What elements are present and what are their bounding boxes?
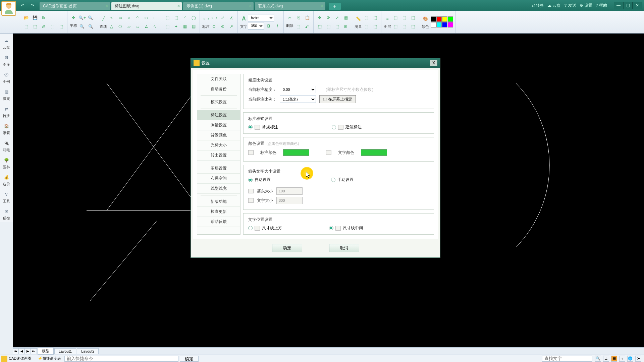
rect-icon[interactable]: ▭ — [116, 14, 124, 22]
dist-icon[interactable]: ⬚ — [362, 14, 370, 22]
radio-above-line[interactable]: 尺寸线上方 — [248, 225, 282, 231]
export-icon[interactable]: ⬚ — [48, 22, 56, 31]
angle-icon[interactable]: ⬚ — [362, 22, 370, 31]
dimradius-icon[interactable]: ⊙ — [210, 22, 218, 31]
dimaligned-icon[interactable]: ⤢ — [219, 14, 227, 22]
tab-first[interactable]: ⏮ — [13, 348, 19, 354]
radio-auto-size[interactable]: 自动设置 — [248, 177, 271, 183]
chamfer-icon[interactable]: ◯ — [190, 14, 198, 22]
colorwheel-icon[interactable]: 🎨 — [421, 15, 429, 23]
fontsize-select[interactable]: 350 — [248, 22, 264, 29]
dimdiameter-icon[interactable]: ⊘ — [219, 22, 227, 31]
tab-last[interactable]: ⏭ — [31, 348, 37, 354]
trapezoid-icon[interactable]: ⏢ — [133, 22, 142, 31]
tab-home[interactable]: CAD迷你画图-首页× — [40, 2, 110, 10]
cancel-button[interactable]: 取消 — [329, 244, 359, 252]
ellipse-icon[interactable]: ⬭ — [142, 14, 150, 22]
italic-button[interactable]: I — [273, 22, 281, 30]
array-icon[interactable]: ▤ — [190, 22, 198, 31]
user-avatar[interactable] — [1, 1, 16, 16]
color-red[interactable] — [436, 16, 442, 22]
rotate-icon[interactable]: ⟳ — [324, 14, 332, 22]
undo-icon[interactable]: ⬚ — [22, 22, 30, 31]
arc-icon[interactable]: ◠ — [133, 14, 142, 22]
nav-layer-settings[interactable]: 图层设置 — [197, 164, 240, 174]
nav-linetype[interactable]: 线型线宽 — [197, 184, 240, 194]
nav-mode-settings[interactable]: 模式设置 — [197, 97, 240, 107]
precision-select[interactable]: 0.00 — [280, 86, 316, 93]
trim-icon[interactable]: ✦ — [172, 22, 180, 31]
tab-contact-dwg[interactable]: 联系方式.dwg× — [255, 2, 325, 10]
layeroff-icon[interactable]: ⬚ — [400, 14, 408, 22]
search-icon[interactable]: 🔍 — [595, 356, 601, 362]
sidebar-gallery[interactable]: 🖼图库 — [1, 53, 12, 68]
tab-layout1[interactable]: Layout1 — [54, 348, 76, 354]
nav-export-settings[interactable]: 转出设置 — [197, 150, 240, 161]
specify-on-screen-button[interactable]: ⬚在屏幕上指定 — [319, 95, 356, 103]
scale-icon[interactable]: ⤢ — [333, 14, 341, 22]
layeron-icon[interactable]: ⬚ — [391, 14, 399, 22]
saveas-icon[interactable]: 🗎 — [40, 14, 48, 22]
extend-icon[interactable]: ▦ — [181, 22, 189, 31]
sidebar-feedback[interactable]: ✉反馈 — [1, 206, 12, 222]
dim-color-swatch[interactable] — [283, 149, 309, 156]
cloud-button[interactable]: ☁云盘 — [547, 3, 560, 8]
line-icon[interactable]: ╱ — [99, 15, 107, 23]
add-tab-button[interactable]: + — [329, 3, 341, 10]
move-icon[interactable]: ✥ — [316, 14, 324, 22]
settings-button[interactable]: ⚙设置 — [580, 3, 592, 8]
dimlinear-icon[interactable]: ⟷ — [210, 14, 218, 22]
arrow-size-input[interactable] — [276, 187, 303, 195]
square-icon[interactable]: □ — [151, 14, 159, 22]
dialog-titlebar[interactable]: 设置 X — [191, 58, 440, 68]
tab-model[interactable]: 模型 — [38, 348, 54, 355]
color-cyan[interactable] — [436, 22, 442, 27]
block-icon[interactable]: ▦ — [342, 14, 350, 22]
ortho-icon[interactable]: ⊥ — [603, 356, 609, 362]
leader-icon[interactable]: ↗ — [227, 22, 235, 31]
ok-button[interactable]: 确定 — [272, 244, 302, 252]
nav-measure-settings[interactable]: 测量设置 — [197, 120, 240, 130]
minimize-button[interactable]: — — [614, 2, 623, 9]
circle-icon[interactable]: ○ — [125, 14, 133, 22]
close-button[interactable]: ✕ — [633, 2, 642, 9]
nav-new-features[interactable]: 新版功能 — [197, 197, 240, 207]
sidebar-home[interactable]: 🏠家装 — [1, 121, 12, 137]
color-green[interactable] — [448, 16, 453, 22]
break-icon[interactable]: ⬚ — [163, 22, 171, 31]
pentagon-icon[interactable]: ⬠ — [116, 22, 124, 31]
back-button[interactable]: ↶ — [19, 2, 26, 9]
dimangular-icon[interactable]: ∡ — [227, 14, 235, 22]
send-button[interactable]: ⇧发送 — [564, 3, 576, 8]
close-icon[interactable]: × — [177, 4, 180, 8]
sidebar-cost[interactable]: 💰造价 — [1, 172, 12, 188]
erase-icon[interactable]: ✂ — [286, 14, 294, 22]
color-yellow[interactable] — [442, 16, 447, 22]
nav-bg-color[interactable]: 背景颜色 — [197, 130, 240, 140]
forward-button[interactable]: ↷ — [29, 2, 36, 9]
tab-next[interactable]: ▶ — [25, 348, 31, 354]
add-icon[interactable]: + — [619, 356, 625, 362]
mirror-icon[interactable]: ⬚ — [172, 14, 180, 22]
sidebar-legend[interactable]: Ⓐ图例 — [1, 70, 12, 85]
text-color-swatch[interactable] — [361, 149, 387, 156]
sketch-icon[interactable]: ∠ — [142, 22, 150, 31]
spline-icon[interactable]: ∿ — [151, 22, 159, 31]
layerlock-icon[interactable]: ⬚ — [391, 22, 399, 31]
parallelogram-icon[interactable]: ▱ — [125, 22, 133, 31]
group-icon[interactable]: ⊞ — [342, 22, 350, 31]
close-icon[interactable]: × — [106, 4, 108, 8]
nav-annotation-settings[interactable]: 标注设置 — [197, 110, 240, 120]
command-input[interactable] — [64, 356, 178, 362]
layerfreeze-icon[interactable]: ⬚ — [409, 14, 417, 22]
sidebar-garden[interactable]: 🌳园林 — [1, 155, 12, 171]
tab-layout2[interactable]: Layout2 — [77, 348, 99, 354]
tab-annotation-dwg[interactable]: 标注图纸.dwg× — [111, 2, 182, 10]
zoomwin-icon[interactable]: 🔍 — [87, 22, 95, 31]
print-icon[interactable]: 🖨 — [40, 22, 48, 31]
radio-manual-size[interactable]: 手动设置 — [331, 177, 354, 183]
globe-icon[interactable]: 🌐 — [627, 356, 633, 362]
nav-check-update[interactable]: 检查更新 — [197, 207, 240, 217]
text-size-input[interactable] — [276, 197, 303, 204]
zoomout-icon[interactable]: 🔍- — [87, 14, 95, 22]
